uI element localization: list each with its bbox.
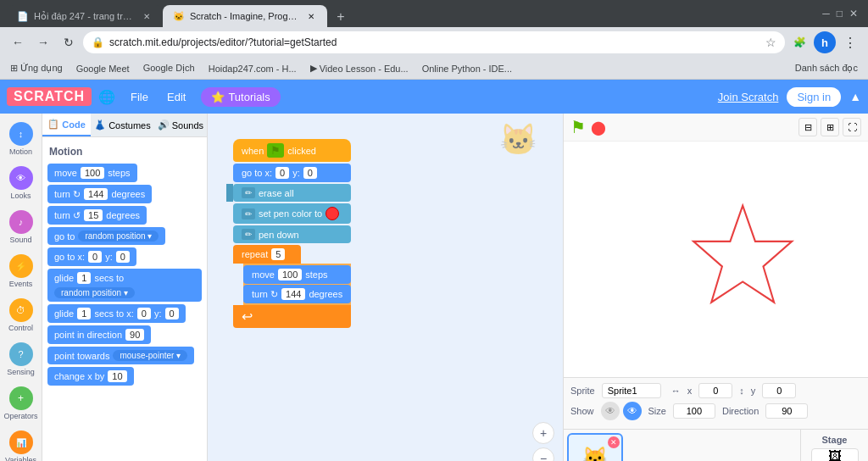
maximize-button[interactable]: □ [837, 8, 843, 19]
small-stage-button[interactable]: ⊟ [798, 118, 817, 136]
hat-block[interactable]: when ⚑ clicked [233, 139, 351, 162]
menu-icon[interactable]: ⋮ [839, 31, 861, 53]
scratch-right: Join Scratch Sign in ▲ [718, 87, 861, 107]
block-goto-xy[interactable]: go to x: 0 y: 0 [47, 247, 202, 266]
category-variables[interactable]: 📊 Variables [0, 425, 42, 461]
blocks-list: Motion move 100 steps turn ↻ 144 degrees [42, 137, 207, 392]
costume-tab-icon: 👗 [94, 119, 106, 131]
flag-button[interactable]: ⚑ [570, 117, 586, 137]
goto-xy-block[interactable]: go to x: 0 y: 0 [233, 164, 351, 182]
code-area[interactable]: 🐱 when ⚑ clicked go to x: 0 y: 0 [208, 114, 563, 461]
stage-area: ⚑ ⬤ ⊟ ⊞ ⛶ [563, 114, 868, 461]
bookmark-python-label: Online Python - IDE... [422, 64, 512, 74]
repeat-move-block[interactable]: move 100 steps [243, 265, 351, 284]
pen-down-block[interactable]: ✏ pen down [233, 225, 351, 243]
stop-button[interactable]: ⬤ [591, 119, 606, 136]
tab-1[interactable]: 📄 Hỏi đáp 247 - trang tra lời ✕ [7, 5, 163, 27]
block-turn-right[interactable]: turn ↻ 144 degrees [47, 185, 202, 203]
block-turn-left[interactable]: turn ↺ 15 degrees [47, 206, 202, 225]
x-input[interactable] [698, 383, 732, 398]
profile-icon[interactable]: h [814, 31, 836, 53]
sprite-delete-button[interactable]: ✕ [608, 436, 620, 448]
forward-button[interactable]: → [32, 31, 54, 53]
blocks-panel: 📋 Code 👗 Costumes 🔊 Sounds Motion [42, 114, 208, 461]
bookmark-video[interactable]: ▶ Video Lesson - Edu... [307, 61, 412, 75]
size-input[interactable] [673, 403, 715, 419]
bookmark-hoidap[interactable]: Hoidap247.com - H... [205, 62, 300, 75]
tab1-favicon: 📄 [17, 11, 29, 22]
control-icon: ⏱ [9, 298, 33, 322]
globe-icon[interactable]: 🌐 [98, 89, 115, 105]
scratch-logo: SCRATCH [7, 87, 92, 106]
category-control[interactable]: ⏱ Control [0, 293, 42, 337]
star-icon[interactable]: ☆ [765, 36, 776, 49]
zoom-in-button[interactable]: + [532, 422, 554, 444]
tab-code[interactable]: 📋 Code [42, 114, 91, 136]
block-glide-xy[interactable]: glide 1 secs to x: 0 y: 0 [47, 304, 202, 323]
direction-input[interactable] [765, 403, 808, 419]
tutorials-label: Tutorials [228, 91, 270, 103]
repeat-turn-block[interactable]: turn ↻ 144 degrees [243, 285, 351, 303]
category-events[interactable]: ⚡ Events [0, 249, 42, 293]
expand-icon[interactable]: ▲ [849, 90, 861, 103]
tabs-container: 📄 Hỏi đáp 247 - trang tra lời ✕ 🐱 Scratc… [7, 0, 351, 27]
block-goto-random[interactable]: go to random position ▾ [47, 227, 202, 245]
category-looks[interactable]: 👁 Looks [0, 161, 42, 205]
address-bar[interactable]: 🔒 scratch.mit.edu/projects/editor/?tutor… [83, 31, 785, 53]
tab-2[interactable]: 🐱 Scratch - Imagine, Program, Sha... ✕ [163, 5, 327, 27]
category-sensing[interactable]: ? Sensing [0, 337, 42, 381]
sprite-thumb-sprite1[interactable]: ✕ 🐱 Sprite1 [567, 433, 623, 461]
bookmark-apps[interactable]: ⊞ Ứng dụng [7, 61, 66, 75]
block-move[interactable]: move 100 steps [47, 164, 202, 182]
block-point-direction[interactable]: point in direction 90 [47, 325, 202, 344]
bookmark-translate[interactable]: Google Dịch [140, 61, 198, 75]
tab2-favicon: 🐱 [173, 11, 185, 22]
menu-file[interactable]: File [122, 87, 157, 107]
play-stop-controls: ⚑ ⬤ [570, 117, 606, 137]
category-operators[interactable]: + Operators [0, 381, 42, 425]
signin-button[interactable]: Sign in [787, 87, 841, 107]
code-tab-label: Code [62, 119, 86, 130]
bookmark-reading[interactable]: Danh sách đọc [792, 61, 861, 75]
minimize-button[interactable]: ─ [822, 8, 830, 19]
block-change-x[interactable]: change x by 10 [47, 367, 202, 386]
repeat-block[interactable]: repeat 5 move 100 steps turn ↻ [233, 245, 351, 328]
tab-sounds[interactable]: 🔊 Sounds [154, 114, 207, 136]
category-motion[interactable]: ↕ Motion [0, 117, 42, 161]
bookmark-python[interactable]: Online Python - IDE... [419, 62, 515, 75]
looks-icon: 👁 [9, 166, 33, 190]
zoom-out-button[interactable]: − [532, 447, 554, 461]
category-sound[interactable]: ♪ Sound [0, 205, 42, 249]
join-link[interactable]: Join Scratch [718, 91, 779, 103]
new-tab-button[interactable]: + [331, 7, 351, 27]
tutorials-button[interactable]: ⭐ Tutorials [201, 87, 280, 107]
close-window-button[interactable]: ✕ [849, 8, 858, 19]
sprite-backdrop-row: ✕ 🐱 Sprite1 + 🐱 Stage 🖼 [564, 429, 868, 461]
tab1-close[interactable]: ✕ [141, 10, 153, 22]
menu-edit[interactable]: Edit [159, 87, 194, 107]
bookmark-meet-label: Google Meet [76, 64, 130, 74]
show-icon-hidden[interactable]: 👁 [623, 402, 642, 420]
sound-icon: ♪ [9, 210, 33, 234]
block-point-towards[interactable]: point towards mouse-pointer ▾ [47, 347, 202, 364]
size-label: Size [648, 406, 666, 416]
tab-costumes[interactable]: 👗 Costumes [91, 114, 154, 136]
erase-all-block[interactable]: ✏ erase all [233, 184, 351, 202]
sensing-icon: ? [9, 342, 33, 366]
stage-text-label: Stage [822, 435, 848, 445]
bookmark-meet[interactable]: Google Meet [73, 62, 133, 75]
set-pen-color-block[interactable]: ✏ set pen color to [233, 203, 351, 224]
extensions-icon[interactable]: 🧩 [788, 31, 810, 53]
nav-actions: 🧩 h ⋮ [788, 31, 861, 53]
back-button[interactable]: ← [7, 31, 29, 53]
block-glide-random[interactable]: glide 1 secs to random position ▾ [47, 269, 202, 302]
backdrop-thumb[interactable]: 🖼 [811, 448, 859, 461]
large-stage-button[interactable]: ⊞ [821, 118, 839, 136]
bookmark-translate-label: Google Dịch [143, 63, 195, 74]
fullscreen-button[interactable]: ⛶ [843, 118, 861, 136]
tab2-close[interactable]: ✕ [305, 10, 317, 22]
y-input[interactable] [762, 383, 796, 398]
reload-button[interactable]: ↻ [58, 31, 80, 53]
show-icon-visible[interactable]: 👁 [601, 402, 620, 420]
sprite-name-input[interactable] [602, 383, 661, 398]
